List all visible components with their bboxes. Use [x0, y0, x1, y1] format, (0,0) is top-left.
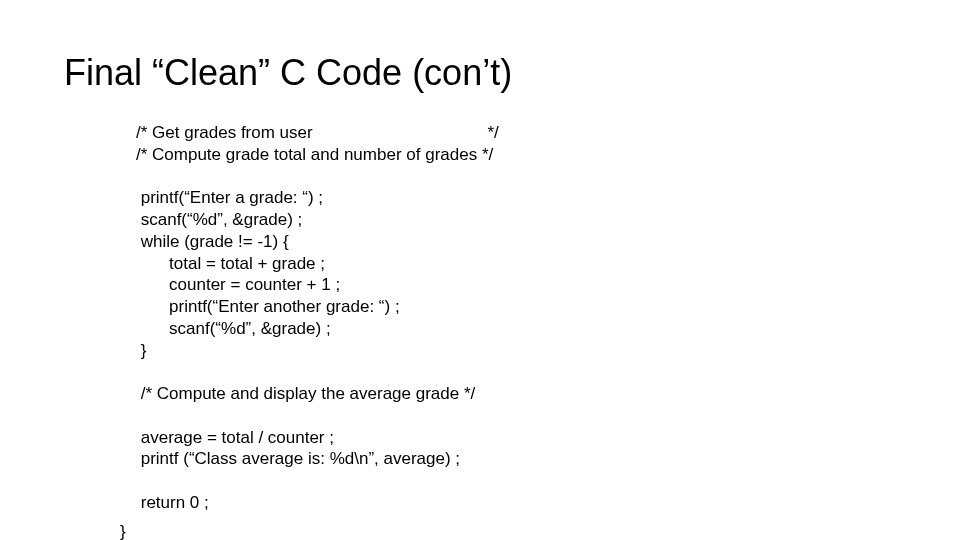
slide-title: Final “Clean” C Code (con’t): [64, 52, 512, 94]
code-block: /* Get grades from user */ /* Compute gr…: [136, 122, 499, 514]
slide: Final “Clean” C Code (con’t) /* Get grad…: [0, 0, 960, 540]
closing-brace: }: [120, 522, 126, 540]
